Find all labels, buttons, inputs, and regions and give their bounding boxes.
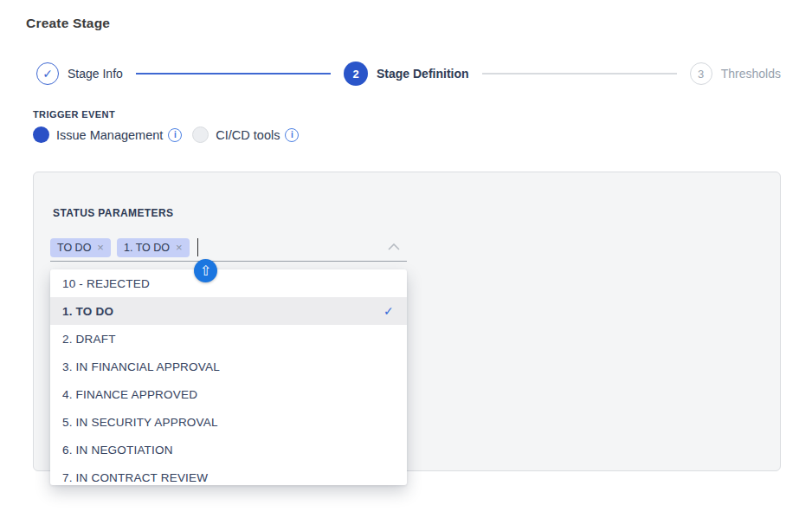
selected-chip: TO DO × <box>50 238 111 257</box>
check-icon: ✓ <box>42 67 53 81</box>
status-dropdown-list: 10 - REJECTED 1. TO DO ✓ 2. DRAFT 3. IN … <box>50 269 407 485</box>
trigger-event-options: Issue Management i CI/CD tools i <box>33 126 299 143</box>
radio-selected-icon[interactable] <box>33 126 49 143</box>
dropdown-item-selected[interactable]: 1. TO DO ✓ <box>50 297 407 325</box>
up-arrow-badge[interactable]: ⇧ <box>194 259 217 282</box>
chip-label: TO DO <box>57 242 91 254</box>
step-label-stage-info: Stage Info <box>68 67 123 81</box>
radio-option-issue-management[interactable]: Issue Management i <box>33 126 182 143</box>
step-label-thresholds: Thresholds <box>721 67 781 81</box>
dropdown-item[interactable]: 3. IN FINANCIAL APPROVAL <box>50 353 407 380</box>
step-complete-circle: ✓ <box>36 62 59 85</box>
dropdown-item-label: 6. IN NEGOTIATION <box>62 444 173 457</box>
info-icon[interactable]: i <box>285 128 299 142</box>
check-icon: ✓ <box>383 304 394 318</box>
step-number-circle-3: 3 <box>690 62 712 85</box>
stepper-connector-2 <box>482 73 677 75</box>
radio-label-issue-management: Issue Management <box>56 128 163 142</box>
info-icon[interactable]: i <box>168 128 182 142</box>
selected-chip: 1. TO DO × <box>117 238 190 257</box>
dropdown-item-label: 7. IN CONTRACT REVIEW <box>62 471 208 484</box>
up-arrow-icon: ⇧ <box>200 264 211 278</box>
status-parameters-label: STATUS PARAMETERS <box>53 207 173 219</box>
dropdown-item-label: 5. IN SECURITY APPROVAL <box>62 416 218 429</box>
dropdown-item[interactable]: 7. IN CONTRACT REVIEW <box>50 463 407 485</box>
dropdown-item-label: 1. TO DO <box>62 305 113 318</box>
stepper-connector-1 <box>136 73 331 75</box>
trigger-event-section: TRIGGER EVENT Issue Management i CI/CD t… <box>33 109 299 143</box>
dropdown-item-label: 10 - REJECTED <box>62 277 150 290</box>
step-thresholds[interactable]: 3 Thresholds <box>690 62 781 85</box>
stepper: ✓ Stage Info 2 Stage Definition 3 Thresh… <box>36 62 781 86</box>
radio-option-cicd-tools[interactable]: CI/CD tools i <box>192 126 299 143</box>
dropdown-item[interactable]: 10 - REJECTED <box>50 269 407 297</box>
close-icon[interactable]: × <box>97 242 104 253</box>
dropdown-item[interactable]: 2. DRAFT <box>50 325 407 353</box>
page-title: Create Stage <box>26 16 110 31</box>
close-icon[interactable]: × <box>176 242 183 253</box>
dropdown-item-label: 2. DRAFT <box>62 333 116 346</box>
dropdown-item-label: 4. FINANCE APPROVED <box>62 388 197 401</box>
dropdown-item[interactable]: 4. FINANCE APPROVED <box>50 380 407 408</box>
dropdown-item[interactable]: 6. IN NEGOTIATION <box>50 436 407 463</box>
step-number-circle-2: 2 <box>344 62 368 86</box>
radio-unselected-icon[interactable] <box>192 126 209 143</box>
chevron-up-icon[interactable] <box>388 243 400 250</box>
status-parameters-select-input[interactable]: TO DO × 1. TO DO × <box>50 234 407 262</box>
dropdown-item[interactable]: 5. IN SECURITY APPROVAL <box>50 408 407 436</box>
trigger-event-label: TRIGGER EVENT <box>33 109 299 120</box>
chip-label: 1. TO DO <box>124 242 170 254</box>
step-stage-definition[interactable]: 2 Stage Definition <box>344 62 469 86</box>
step-stage-info[interactable]: ✓ Stage Info <box>36 62 123 85</box>
step-label-stage-definition: Stage Definition <box>377 67 469 81</box>
radio-label-cicd-tools: CI/CD tools <box>216 128 280 142</box>
text-caret <box>197 238 199 256</box>
dropdown-item-label: 3. IN FINANCIAL APPROVAL <box>62 360 220 373</box>
